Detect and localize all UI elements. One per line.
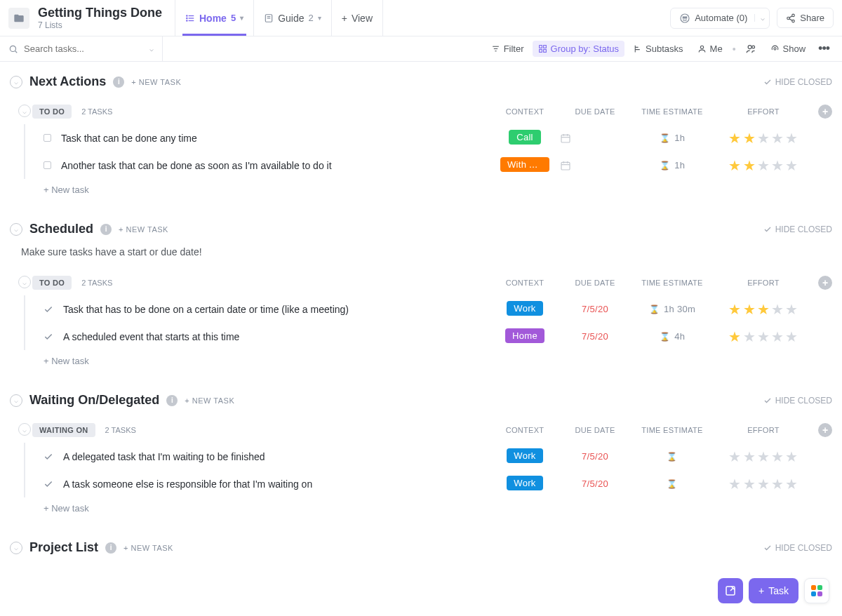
subtasks-button[interactable]: Subtasks — [627, 41, 688, 57]
context-tag[interactable]: Home — [505, 328, 544, 343]
task-row[interactable]: A task someone else is responsible for t… — [25, 470, 832, 497]
task-row[interactable]: A scheduled event that starts at this ti… — [25, 323, 832, 350]
effort-stars[interactable]: ★★★★★ — [714, 131, 813, 145]
collapse-icon[interactable]: ⌵ — [10, 542, 22, 554]
hide-closed[interactable]: HIDE CLOSED — [763, 77, 832, 87]
tab-home[interactable]: Home 5 ▾ — [175, 0, 253, 36]
time-estimate[interactable]: ⌛1h — [630, 160, 714, 170]
task-title[interactable]: Task that has to be done on a certain da… — [63, 304, 349, 315]
task-title[interactable]: A scheduled event that starts at this ti… — [63, 331, 239, 342]
new-task-row[interactable]: + New task — [24, 497, 832, 519]
context-tag[interactable]: Work — [507, 476, 542, 490]
due-date[interactable]: 7/5/20 — [582, 451, 608, 462]
new-task-link[interactable]: + NEW TASK — [131, 78, 181, 86]
task-status-icon[interactable] — [44, 332, 53, 342]
col-due[interactable]: DUE DATE — [560, 107, 630, 116]
new-task-row[interactable]: + New task — [24, 179, 832, 201]
show-button[interactable]: Show — [765, 41, 812, 57]
more-menu[interactable]: ••• — [814, 41, 834, 56]
folder-icon[interactable] — [8, 8, 29, 29]
add-column-button[interactable]: + — [818, 423, 832, 437]
group-title[interactable]: Waiting On/Delegated — [29, 393, 159, 408]
hide-closed[interactable]: HIDE CLOSED — [763, 543, 832, 553]
page-title[interactable]: Getting Things Done — [38, 6, 162, 20]
status-pill[interactable]: WAITING ON — [32, 423, 95, 437]
add-column-button[interactable]: + — [818, 105, 832, 119]
new-task-link[interactable]: + NEW TASK — [123, 544, 173, 552]
effort-stars[interactable]: ★★★★★ — [714, 477, 813, 491]
collapse-icon[interactable]: ⌵ — [10, 76, 22, 88]
collapse-icon[interactable]: ⌵ — [18, 105, 31, 117]
info-icon[interactable]: i — [113, 76, 124, 88]
group-title[interactable]: Next Actions — [29, 74, 106, 89]
filter-button[interactable]: Filter — [486, 41, 530, 57]
time-estimate[interactable]: ⌛ — [630, 479, 714, 489]
col-context[interactable]: CONTEXT — [490, 279, 560, 287]
group-by-button[interactable]: Group by: Status — [533, 41, 625, 57]
due-date[interactable]: 7/5/20 — [582, 478, 608, 489]
info-icon[interactable]: i — [105, 542, 116, 554]
tab-guide[interactable]: Guide 2 ▾ — [253, 0, 331, 36]
col-effort[interactable]: EFFORT — [714, 279, 813, 287]
new-task-link[interactable]: + NEW TASK — [119, 225, 168, 234]
col-time[interactable]: TIME ESTIMATE — [630, 426, 714, 434]
chevron-down-icon[interactable]: ⌵ — [754, 14, 765, 22]
col-context[interactable]: CONTEXT — [490, 107, 560, 116]
time-estimate[interactable]: ⌛4h — [630, 331, 714, 342]
me-button[interactable]: Me — [692, 41, 728, 57]
hide-closed[interactable]: HIDE CLOSED — [763, 225, 832, 234]
task-title[interactable]: A delegated task that I'm waiting to be … — [63, 451, 265, 462]
new-task-link[interactable]: + NEW TASK — [185, 396, 234, 405]
time-estimate[interactable]: ⌛1h — [630, 133, 714, 143]
collapse-icon[interactable]: ⌵ — [10, 223, 22, 236]
apps-button[interactable] — [804, 578, 829, 603]
col-context[interactable]: CONTEXT — [490, 426, 560, 434]
group-title[interactable]: Project List — [29, 540, 98, 555]
col-time[interactable]: TIME ESTIMATE — [630, 107, 714, 116]
effort-stars[interactable]: ★★★★★ — [714, 450, 813, 464]
context-tag[interactable]: Call — [509, 130, 541, 145]
col-effort[interactable]: EFFORT — [714, 107, 813, 116]
task-status-icon[interactable] — [44, 304, 53, 314]
add-view[interactable]: + View — [331, 0, 383, 36]
assignees-button[interactable] — [740, 41, 762, 57]
calendar-icon[interactable] — [560, 133, 630, 144]
context-tag[interactable]: With Ac... — [500, 157, 549, 172]
task-row[interactable]: Task that can be done any time Call ⌛1h … — [25, 124, 832, 152]
new-task-button[interactable]: + Task — [749, 578, 798, 603]
context-tag[interactable]: Work — [507, 301, 542, 316]
col-time[interactable]: TIME ESTIMATE — [630, 279, 714, 287]
add-column-button[interactable]: + — [818, 276, 832, 290]
col-due[interactable]: DUE DATE — [560, 426, 630, 434]
due-date[interactable]: 7/5/20 — [582, 331, 608, 342]
automate-button[interactable]: Automate (0) ⌵ — [670, 8, 770, 29]
task-status-icon[interactable] — [44, 479, 53, 489]
task-status-icon[interactable] — [44, 134, 51, 142]
context-tag[interactable]: Work — [507, 448, 542, 463]
effort-stars[interactable]: ★★★★★ — [714, 302, 813, 316]
group-title[interactable]: Scheduled — [29, 222, 93, 236]
collapse-icon[interactable]: ⌵ — [10, 394, 22, 407]
collapse-icon[interactable]: ⌵ — [18, 276, 31, 288]
hide-closed[interactable]: HIDE CLOSED — [763, 396, 832, 406]
task-row[interactable]: A delegated task that I'm waiting to be … — [25, 443, 832, 470]
new-task-row[interactable]: + New task — [24, 350, 832, 372]
time-estimate[interactable]: ⌛ — [630, 452, 714, 462]
task-status-icon[interactable] — [44, 452, 53, 462]
collapse-icon[interactable]: ⌵ — [18, 423, 31, 436]
col-effort[interactable]: EFFORT — [714, 426, 813, 434]
time-estimate[interactable]: ⌛1h 30m — [630, 304, 714, 314]
due-date[interactable]: 7/5/20 — [582, 304, 608, 314]
col-due[interactable]: DUE DATE — [560, 279, 630, 287]
task-title[interactable]: Task that can be done any time — [61, 133, 197, 144]
status-pill[interactable]: TO DO — [32, 105, 72, 119]
task-row[interactable]: Task that has to be done on a certain da… — [25, 295, 832, 323]
note-button[interactable] — [718, 578, 743, 603]
task-status-icon[interactable] — [44, 161, 51, 169]
effort-stars[interactable]: ★★★★★ — [714, 330, 813, 344]
task-title[interactable]: A task someone else is responsible for t… — [63, 478, 312, 490]
info-icon[interactable]: i — [100, 224, 112, 235]
task-row[interactable]: Another task that can be done as soon as… — [25, 152, 832, 179]
calendar-icon[interactable] — [560, 160, 630, 171]
status-pill[interactable]: TO DO — [32, 276, 72, 290]
